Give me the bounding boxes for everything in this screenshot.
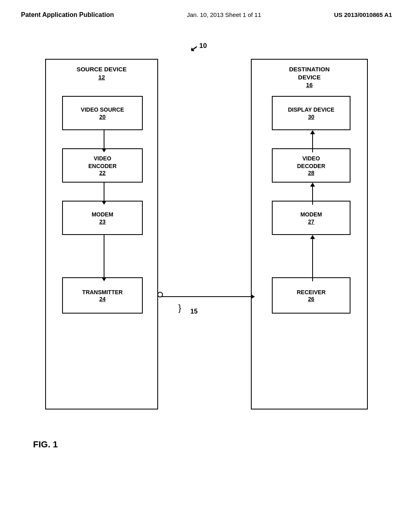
display-device-box: DISPLAY DEVICE 30 (272, 96, 350, 130)
source-device-box: SOURCE DEVICE 12 VIDEO SOURCE 20 VIDEOEN… (45, 59, 158, 409)
channel-label: 15 (190, 308, 198, 315)
transmitter-24-box: TRANSMITTER 24 (62, 277, 143, 314)
modem-27-box: MODEM 27 (272, 201, 350, 235)
dest-device-box: DESTINATIONDEVICE 16 DISPLAY DEVICE 30 V… (251, 59, 368, 409)
video-decoder-box: VIDEODECODER 28 (272, 148, 350, 183)
diagram-area: ↗ 10 SOURCE DEVICE 12 VIDEO SOURCE 20 VI… (33, 39, 380, 462)
arrow-modem-to-tx (102, 235, 106, 281)
video-encoder-box: VIDEOENCODER 22 (62, 148, 143, 183)
system-label-10: ↗ 10 (190, 42, 207, 53)
publication-type: Patent Application Publication (21, 11, 114, 19)
channel-brace: } (178, 303, 181, 313)
source-device-title: SOURCE DEVICE 12 (46, 65, 157, 81)
page-header: Patent Application Publication Jan. 10, … (0, 0, 413, 19)
publication-date-sheet: Jan. 10, 2013 Sheet 1 of 11 (187, 11, 261, 18)
figure-label: FIG. 1 (33, 439, 58, 450)
dest-device-title: DESTINATIONDEVICE 16 (252, 65, 367, 89)
publication-number: US 2013/0010865 A1 (334, 11, 392, 18)
channel-connection (160, 294, 255, 299)
video-source-box: VIDEO SOURCE 20 (62, 96, 143, 130)
receiver-26-box: RECEIVER 26 (272, 277, 350, 314)
modem-23-box: MODEM 23 (62, 201, 143, 235)
left-circle-connector (157, 292, 163, 297)
arrow-rx-to-m27 (310, 235, 315, 281)
